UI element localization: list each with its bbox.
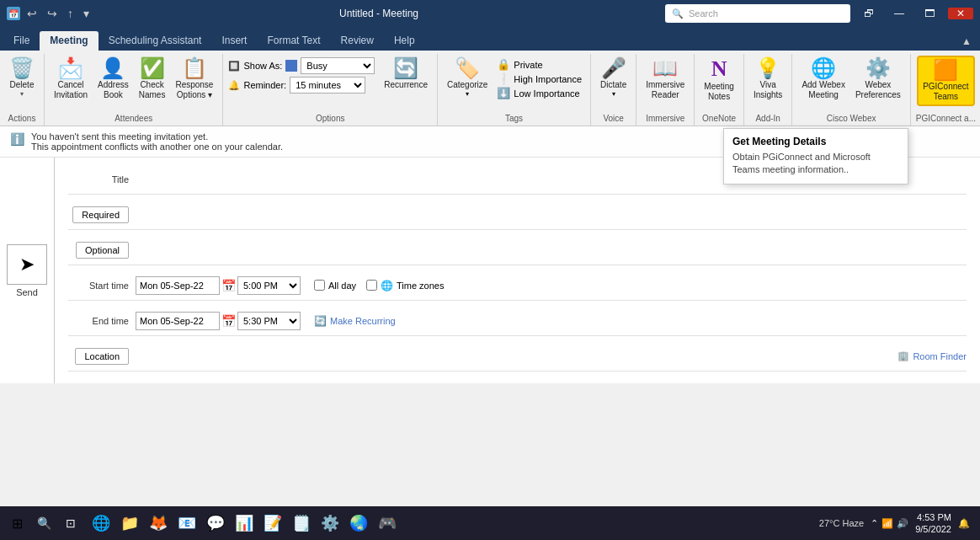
high-importance-label: High Importance	[514, 74, 582, 84]
check-names-button[interactable]: ✅ CheckNames	[135, 56, 170, 103]
end-time-select[interactable]: 5:30 PM 6:00 PM 6:30 PM	[237, 312, 301, 330]
network-icon[interactable]: 📶	[881, 518, 893, 529]
onenote-content: N MeetingNotes	[700, 56, 738, 112]
start-date-input[interactable]	[136, 276, 220, 295]
immersive-content: 📖 ImmersiveReader	[642, 56, 689, 112]
start-time-select[interactable]: 5:00 PM 5:30 PM 6:00 PM	[237, 276, 301, 295]
minimize-btn[interactable]: —	[887, 8, 911, 19]
up-btn[interactable]: ↑	[64, 7, 77, 20]
settings-icon[interactable]: 🗗	[857, 8, 881, 19]
delete-dropdown[interactable]: ▾	[20, 90, 24, 98]
time-zones-checkbox[interactable]	[366, 280, 377, 291]
pgiconnect-teams-button[interactable]: 🟧 PGIConnectTeams	[917, 56, 974, 106]
taskbar-right: 27°C Haze ⌃ 📶 🔊 4:53 PM 9/5/2022 🔔	[819, 511, 977, 536]
tab-format-text[interactable]: Format Text	[257, 31, 330, 51]
required-button[interactable]: Required	[72, 206, 129, 223]
low-importance-tag[interactable]: ⬇️ Low Importance	[493, 86, 585, 100]
taskbar-onenote-icon[interactable]: 🗒️	[288, 510, 315, 537]
private-tag[interactable]: 🔒 Private	[493, 57, 585, 72]
categorize-label: Categorize	[447, 80, 487, 90]
delete-button[interactable]: 🗑️ Delete ▾	[5, 56, 39, 100]
taskbar-settings-icon[interactable]: ⚙️	[317, 510, 344, 537]
optional-button[interactable]: Optional	[76, 242, 129, 259]
start-button[interactable]: ⊞	[3, 510, 30, 537]
add-webex-meeting-button[interactable]: 🌐 Add WebexMeeting	[797, 56, 850, 103]
taskbar-teams-icon[interactable]: 💬	[202, 510, 229, 537]
immersive-reader-button[interactable]: 📖 ImmersiveReader	[642, 56, 689, 103]
taskbar-edge-icon[interactable]: 🌐	[88, 510, 115, 537]
cancel-invitation-button[interactable]: 📩 CancelInvitation	[50, 56, 92, 103]
send-area: ➤ Send	[0, 158, 55, 383]
send-label: Send	[16, 287, 38, 297]
undo-btn[interactable]: ↩	[24, 7, 40, 20]
window-title: Untitled - Meeting	[93, 8, 665, 19]
ribbon-group-voice: 🎤 Dictate ▾ Voice	[591, 54, 636, 126]
response-options-button[interactable]: 📋 ResponseOptions ▾	[171, 56, 217, 103]
send-button[interactable]: ➤	[7, 244, 47, 285]
end-date-input[interactable]	[136, 312, 220, 330]
room-finder-icon: 🏢	[897, 350, 909, 361]
tab-meeting[interactable]: Meeting	[40, 31, 98, 51]
recurrence-button[interactable]: 🔄 Recurrence	[380, 56, 432, 93]
search-icon: 🔍	[672, 8, 684, 19]
ribbon: 🗑️ Delete ▾ Actions 📩 CancelInvitation 👤…	[0, 51, 980, 126]
optional-input[interactable]	[136, 241, 967, 259]
customize-btn[interactable]: ▾	[80, 7, 93, 20]
start-calendar-icon[interactable]: 📅	[220, 279, 237, 292]
dictate-dropdown[interactable]: ▾	[612, 90, 615, 98]
tab-insert[interactable]: Insert	[211, 31, 257, 51]
title-field-label: Title	[68, 174, 136, 184]
collapse-ribbon-btn[interactable]: ▲	[956, 35, 977, 47]
taskbar-clock[interactable]: 4:53 PM 9/5/2022	[915, 511, 951, 536]
title-bar-left-controls: 📅 ↩ ↪ ↑ ▾	[7, 7, 93, 20]
categorize-button[interactable]: 🏷️ Categorize ▾	[443, 56, 492, 100]
location-input[interactable]	[136, 347, 897, 366]
taskbar-browser-icon[interactable]: 🌏	[345, 510, 372, 537]
taskbar-game-icon[interactable]: 🎮	[374, 510, 401, 537]
notifications-icon[interactable]: 🔔	[958, 518, 970, 529]
meeting-notes-button[interactable]: N MeetingNotes	[700, 56, 738, 104]
taskbar-search-icon[interactable]: 🔍	[30, 510, 57, 537]
all-day-checkbox[interactable]	[314, 280, 325, 291]
start-time-label: Start time	[68, 281, 136, 291]
add-webex-label: Add WebexMeeting	[802, 80, 845, 100]
webex-preferences-button[interactable]: ⚙️ WebexPreferences	[851, 56, 905, 103]
globe-icon: 🌐	[381, 280, 393, 291]
close-btn[interactable]: ✕	[948, 8, 973, 19]
taskbar-firefox-icon[interactable]: 🦊	[145, 510, 172, 537]
tray-chevron[interactable]: ⌃	[871, 518, 878, 529]
taskbar-mail-icon[interactable]: 📧	[173, 510, 200, 537]
reminder-label: Reminder:	[243, 80, 286, 90]
taskbar-task-view[interactable]: ⊡	[57, 510, 84, 537]
allday-row: All day 🌐 Time zones	[314, 280, 444, 291]
tab-help[interactable]: Help	[384, 31, 425, 51]
show-as-select[interactable]: Busy Free Out of Office	[301, 57, 375, 74]
taskbar-excel-icon[interactable]: 📊	[231, 510, 258, 537]
tags-content: 🏷️ Categorize ▾ 🔒 Private ❕ High Importa…	[443, 56, 585, 112]
tab-file[interactable]: File	[3, 31, 40, 51]
cancel-icon: 📩	[58, 58, 83, 78]
room-finder-btn[interactable]: 🏢 Room Finder	[897, 350, 967, 361]
reminder-select[interactable]: 15 minutes 5 minutes 30 minutes 1 hour	[290, 77, 365, 94]
categorize-dropdown[interactable]: ▾	[466, 90, 469, 98]
required-input[interactable]	[136, 206, 967, 224]
end-calendar-icon[interactable]: 📅	[220, 314, 237, 328]
dictate-button[interactable]: 🎤 Dictate ▾	[596, 56, 631, 100]
ribbon-group-options: 🔲 Show As: Busy Free Out of Office 🔔 Rem…	[223, 54, 438, 126]
taskbar-files-icon[interactable]: 📁	[116, 510, 143, 537]
tab-review[interactable]: Review	[331, 31, 384, 51]
volume-icon[interactable]: 🔊	[897, 518, 908, 529]
make-recurring-link[interactable]: Make Recurring	[330, 316, 396, 326]
addin-group-label: Add-In	[749, 112, 786, 126]
address-book-button[interactable]: 👤 AddressBook	[93, 56, 133, 103]
search-box[interactable]: 🔍 Search	[665, 4, 850, 23]
redo-btn[interactable]: ↪	[44, 7, 61, 20]
location-button[interactable]: Location	[75, 348, 129, 365]
maximize-btn[interactable]: 🗖	[918, 8, 941, 19]
high-importance-tag[interactable]: ❕ High Importance	[493, 72, 585, 86]
taskbar-word-icon[interactable]: 📝	[259, 510, 286, 537]
tab-scheduling[interactable]: Scheduling Assistant	[99, 31, 212, 51]
required-btn-area: Required	[68, 206, 136, 223]
viva-insights-button[interactable]: 💡 VivaInsights	[749, 56, 786, 103]
addin-content: 💡 VivaInsights	[749, 56, 786, 112]
